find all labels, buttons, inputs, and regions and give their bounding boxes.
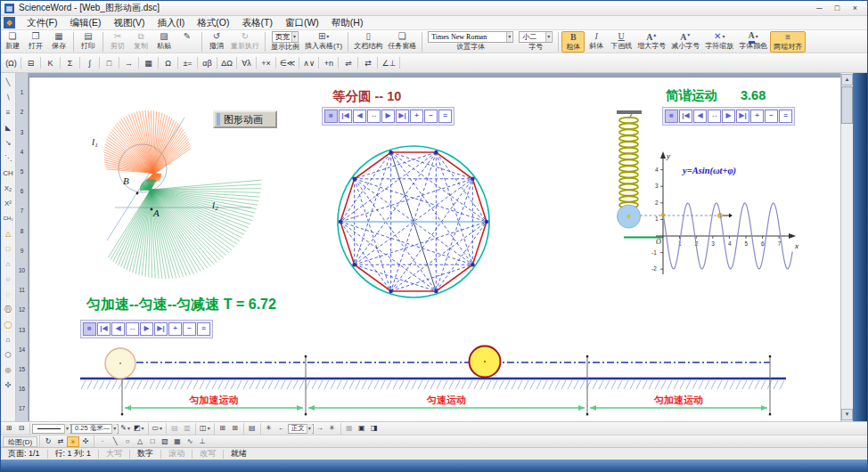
flip-shape-button[interactable]: ⇄ <box>54 436 67 447</box>
menu-item-3[interactable]: 插入(I) <box>151 17 191 29</box>
symbol-8-button[interactable]: Ω <box>160 56 176 70</box>
erase-table-button[interactable]: ⊟ <box>15 423 28 434</box>
prev-field-button[interactable]: ✳ <box>263 423 275 434</box>
print-button[interactable]: ▤打印 <box>77 31 100 51</box>
subscript-icon[interactable]: X₂ <box>2 181 15 196</box>
draw-triangle-button[interactable]: △ <box>134 436 146 447</box>
forward-button[interactable]: → <box>314 423 326 434</box>
symbol-12-button[interactable]: ∀λ <box>239 56 254 70</box>
anim-step-back-button[interactable]: ◀ <box>353 110 366 123</box>
merge-cells-button[interactable]: ▤ <box>168 423 181 434</box>
chem-draw-button[interactable]: ✣ <box>79 436 92 447</box>
insert-chart-button[interactable]: ▦ <box>171 436 184 447</box>
justify-button[interactable]: ≡两端对齐 <box>770 31 806 53</box>
view-marks-button[interactable]: ▣ <box>356 423 368 434</box>
distribute-cols-button[interactable]: ⊞ <box>229 423 242 434</box>
insert-table-button[interactable]: ⊞▾插入表格(T) <box>302 31 345 51</box>
pentagon-shape-icon[interactable]: ⌂ <box>2 256 15 272</box>
anim-reset-button[interactable]: = <box>197 322 210 336</box>
dashed-line-icon[interactable]: ⋱ <box>2 151 15 166</box>
vertical-scrollbar[interactable]: ▲ ▼ <box>840 73 853 421</box>
arrow-line-icon[interactable]: ↘ <box>2 135 15 151</box>
menu-item-1[interactable]: 编辑(E) <box>63 17 107 29</box>
document-page[interactable]: l₁BAl₂ 图形动画 等分圆 -- 10 ■|◀◀↔▶▶|+−= 简谐运动3.… <box>29 77 840 421</box>
draw-circle-button[interactable]: ○ <box>121 436 134 447</box>
triple-line-icon[interactable]: ≡ <box>2 105 15 120</box>
symbol-13-button[interactable]: +× <box>258 56 274 70</box>
undo-button[interactable]: ↺撤消 <box>205 31 228 51</box>
font-size-select[interactable]: 小二▾字号 <box>516 31 555 52</box>
symbol-10-button[interactable]: αβ <box>200 56 215 70</box>
next-field-button[interactable]: ✳ <box>326 423 339 434</box>
menu-item-0[interactable]: 文件(F) <box>20 17 63 29</box>
thick-line-icon[interactable]: ◣ <box>2 120 15 135</box>
new-button[interactable]: ❏新建 <box>1 31 24 51</box>
underline-button[interactable]: U下画线 <box>608 31 635 51</box>
open-button[interactable]: ❐打开 <box>24 31 47 51</box>
anim-first-button[interactable]: |◀ <box>339 110 352 123</box>
superscript-icon[interactable]: X² <box>2 196 15 211</box>
anim-loop-button[interactable]: ↔ <box>126 322 139 336</box>
copy-button[interactable]: ⧉复制 <box>129 31 152 51</box>
save-button[interactable]: ▦保存 <box>47 31 70 51</box>
scroll-up-icon[interactable]: ▲ <box>841 74 853 85</box>
modify-table-button[interactable]: ⊞ <box>3 423 15 434</box>
zoom-select[interactable]: 页宽▾显示比例 <box>268 31 302 52</box>
distribute-rows-button[interactable]: ⊞ <box>217 423 229 434</box>
align-cells-button[interactable]: ◫▾ <box>198 423 212 434</box>
chem-chain-icon[interactable]: CH₂ <box>2 211 15 226</box>
numbered-circle-icon[interactable]: ⓝ <box>2 302 15 317</box>
symbol-3-button[interactable]: Σ <box>62 56 78 70</box>
symbol-2-button[interactable]: K <box>43 56 58 70</box>
grow-font-button[interactable]: A▲增大字号 <box>635 31 668 51</box>
paragraph-style-select[interactable]: 正文▾ <box>288 424 314 434</box>
symbol-17-button[interactable]: ⇌ <box>340 56 356 70</box>
anim-loop-button[interactable]: ↔ <box>367 110 381 123</box>
scroll-thumb[interactable] <box>841 86 853 124</box>
double-line-icon[interactable]: ∖ <box>2 90 15 105</box>
format-painter-button[interactable]: ✎ <box>176 31 199 51</box>
draw-point-button[interactable]: · <box>96 436 109 447</box>
table-props-button[interactable]: ▤ <box>246 423 258 434</box>
char-scale-button[interactable]: ✕▾字符缩放 <box>702 31 736 51</box>
draw-line-button[interactable]: ╲ <box>109 436 121 447</box>
rotate-shape-button[interactable]: ↻ <box>42 436 54 447</box>
symbol-5-button[interactable]: □ <box>102 56 117 70</box>
anim-stop-button[interactable]: ■ <box>324 110 338 123</box>
anim-last-button[interactable]: ▶| <box>396 110 409 123</box>
font-color-button[interactable]: A▾字体颜色 <box>736 31 770 51</box>
symbol-11-button[interactable]: ΔΩ <box>219 56 234 70</box>
shrink-font-button[interactable]: A▼减小字号 <box>668 31 702 51</box>
symbol-18-button[interactable]: ⇄ <box>360 56 375 70</box>
symbol-6-button[interactable]: → <box>121 56 136 70</box>
view-pane-button[interactable]: ◨ <box>368 423 381 434</box>
draw-menu-button[interactable]: 绘图(D) <box>3 436 37 447</box>
bold-button[interactable]: B粗体 <box>561 31 585 53</box>
symbol-7-button[interactable]: ▦ <box>141 56 156 70</box>
anim-faster-button[interactable]: + <box>410 110 423 123</box>
anim-play-button[interactable]: ▶ <box>140 322 153 336</box>
outer-border-button[interactable]: ▭▾ <box>151 423 165 434</box>
anim-step-back-button[interactable]: ◀ <box>111 322 125 336</box>
anim-first-button[interactable]: |◀ <box>97 322 111 336</box>
triangle-shape-icon[interactable]: △ <box>2 226 15 241</box>
chem-structure-icon[interactable]: ✣ <box>2 378 15 393</box>
redo-button[interactable]: ↻重新执行 <box>228 31 262 51</box>
symbol-4-button[interactable]: ∫ <box>82 56 97 70</box>
menu-item-6[interactable]: 窗口(W) <box>279 17 325 29</box>
split-cells-button[interactable]: ▥ <box>181 423 193 434</box>
anim-stop-button[interactable]: ■ <box>83 322 96 336</box>
anim-reset-button[interactable]: = <box>438 110 452 123</box>
house-shape-icon[interactable]: ⌂ <box>2 332 15 347</box>
line-width-select[interactable]: 0.25 毫米—▾ <box>71 424 119 434</box>
menu-item-7[interactable]: 帮助(H) <box>325 17 370 29</box>
square-shape-icon[interactable]: □ <box>2 241 15 256</box>
menu-item-5[interactable]: 表格(T) <box>236 17 279 29</box>
ellipse-shape-icon[interactable]: ◯ <box>2 317 15 332</box>
anim-last-button[interactable]: ▶| <box>154 322 168 336</box>
view-grid-button[interactable]: ▦ <box>343 423 356 434</box>
symbol-1-button[interactable]: ⊟ <box>23 56 38 70</box>
draw-rect-button[interactable]: □ <box>146 436 159 447</box>
anim-slower-button[interactable]: − <box>424 110 438 123</box>
anchor-object-button[interactable]: ⊥ <box>196 436 209 447</box>
